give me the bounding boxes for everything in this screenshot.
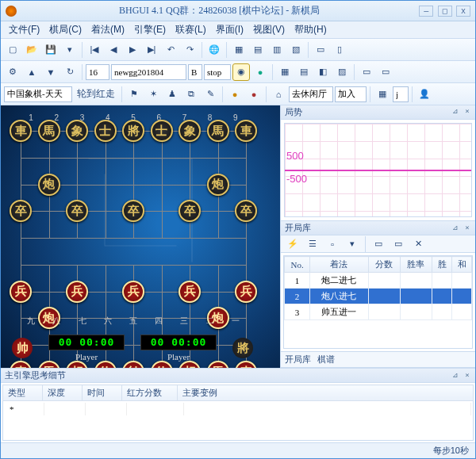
last-icon[interactable]: ▶| bbox=[143, 41, 160, 59]
layout4-icon[interactable]: ▧ bbox=[287, 41, 305, 59]
menu-ui[interactable]: 界面(I) bbox=[211, 21, 248, 38]
coin-icon[interactable]: ● bbox=[226, 86, 244, 103]
tool-e-icon[interactable]: ✎ bbox=[202, 86, 219, 103]
fwd-icon[interactable]: ↷ bbox=[181, 41, 198, 59]
piece[interactable]: 卒 bbox=[235, 200, 257, 222]
piece[interactable]: 相 bbox=[178, 361, 201, 368]
minimize-button[interactable]: — bbox=[419, 6, 433, 17]
piece[interactable]: 馬 bbox=[207, 361, 229, 368]
lobby-select[interactable] bbox=[289, 86, 333, 102]
piece[interactable]: 象 bbox=[66, 120, 88, 142]
piece[interactable]: 車 bbox=[10, 361, 32, 368]
tool-c-icon[interactable]: ♟ bbox=[163, 86, 181, 103]
grid2-icon[interactable]: ▤ bbox=[295, 63, 313, 81]
grid4-icon[interactable]: ▨ bbox=[333, 63, 351, 81]
room-icon[interactable]: ⌂ bbox=[270, 86, 287, 103]
piece[interactable]: 卒 bbox=[66, 200, 88, 222]
prev-icon[interactable]: ◀ bbox=[105, 41, 122, 59]
highlight-icon[interactable]: ◉ bbox=[232, 63, 250, 81]
panel2-pin-icon[interactable]: ⊿ bbox=[451, 224, 460, 233]
save-icon[interactable]: 💾 bbox=[42, 41, 60, 59]
piece[interactable]: 車 bbox=[10, 120, 32, 142]
menu-move[interactable]: 着法(M) bbox=[86, 21, 129, 38]
menu-engine[interactable]: 引擎(E) bbox=[129, 21, 171, 38]
piece[interactable]: 仕 bbox=[94, 361, 117, 368]
dock2-icon[interactable]: ▯ bbox=[331, 41, 348, 59]
ob-add-icon[interactable]: ▾ bbox=[344, 235, 361, 253]
panel3-pin-icon[interactable]: ⊿ bbox=[451, 371, 460, 381]
piece[interactable]: 將 bbox=[122, 120, 144, 142]
piece[interactable]: 士 bbox=[94, 120, 117, 142]
piece[interactable]: 卒 bbox=[178, 200, 201, 222]
panel3-close-icon[interactable]: × bbox=[463, 371, 472, 381]
panel2-close-icon[interactable]: × bbox=[463, 224, 472, 233]
piece[interactable]: 車 bbox=[235, 120, 257, 142]
menu-league[interactable]: 联赛(L) bbox=[171, 21, 211, 38]
piece[interactable]: 帥 bbox=[122, 361, 144, 368]
first-icon[interactable]: |◀ bbox=[86, 41, 103, 59]
close-button[interactable]: x bbox=[456, 6, 470, 17]
new-icon[interactable]: ▢ bbox=[4, 41, 21, 59]
ref-icon[interactable]: ↻ bbox=[61, 63, 79, 81]
opening-table[interactable]: No.着法分数胜率胜和 1炮二进七 2炮八进七 3帅五进一 bbox=[283, 255, 473, 349]
piece[interactable]: 車 bbox=[235, 361, 257, 368]
menu-help[interactable]: 帮助(H) bbox=[290, 21, 332, 38]
piece[interactable]: 兵 bbox=[10, 281, 32, 303]
panel-pin-icon[interactable]: ⊿ bbox=[451, 107, 460, 117]
maximize-button[interactable]: □ bbox=[438, 6, 452, 17]
layout1-icon[interactable]: ▦ bbox=[230, 41, 248, 59]
down-icon[interactable]: ▼ bbox=[42, 63, 60, 81]
piece[interactable]: 兵 bbox=[66, 281, 88, 303]
grid3-icon[interactable]: ◧ bbox=[314, 63, 332, 81]
flag-icon[interactable]: ● bbox=[251, 63, 269, 81]
piece[interactable]: 馬 bbox=[38, 120, 60, 142]
ob-new-icon[interactable]: ▫ bbox=[324, 235, 341, 253]
piece[interactable]: 仕 bbox=[151, 361, 173, 368]
piece[interactable]: 兵 bbox=[122, 281, 144, 303]
stop-button[interactable] bbox=[204, 64, 231, 80]
panel-close-icon[interactable]: × bbox=[463, 107, 472, 117]
menu-view[interactable]: 视图(V) bbox=[248, 21, 290, 38]
user-icon[interactable]: 👤 bbox=[416, 86, 433, 103]
open-icon[interactable]: 📂 bbox=[23, 41, 40, 59]
piece[interactable]: 相 bbox=[66, 361, 88, 368]
piece[interactable]: 馬 bbox=[207, 120, 229, 142]
ob-mark-icon[interactable]: ▭ bbox=[370, 235, 387, 253]
piece[interactable]: 象 bbox=[178, 120, 201, 142]
search-input[interactable] bbox=[393, 86, 409, 102]
saveas-icon[interactable]: ▾ bbox=[61, 41, 79, 59]
tool-a-icon[interactable]: ⚑ bbox=[125, 86, 143, 103]
board-grid[interactable]: 車馬象士將士象馬車炮炮卒卒卒卒卒兵兵兵兵兵炮炮車馬相仕帥仕相馬車 bbox=[21, 131, 246, 368]
engine-icon[interactable]: ⚙ bbox=[4, 63, 21, 81]
tool-d-icon[interactable]: ⧉ bbox=[182, 86, 200, 103]
next-icon[interactable]: ▶ bbox=[124, 41, 141, 59]
globe-icon[interactable]: 🌐 bbox=[205, 41, 223, 59]
tab-moves[interactable]: 棋谱 bbox=[317, 354, 335, 365]
piece[interactable]: 炮 bbox=[38, 174, 60, 196]
grid1-icon[interactable]: ▦ bbox=[276, 63, 294, 81]
step-input[interactable] bbox=[188, 64, 202, 80]
depth-input[interactable] bbox=[86, 64, 109, 80]
engine-select[interactable] bbox=[111, 64, 186, 80]
menu-game[interactable]: 棋局(C) bbox=[44, 21, 86, 38]
ob-flash-icon[interactable]: ⚡ bbox=[284, 235, 301, 253]
menu-file[interactable]: 文件(F) bbox=[4, 21, 44, 38]
piece[interactable]: 馬 bbox=[38, 361, 60, 368]
piece[interactable]: 兵 bbox=[235, 281, 257, 303]
ob-legend-icon[interactable]: ☰ bbox=[304, 235, 321, 253]
tab-openbook[interactable]: 开局库 bbox=[285, 354, 311, 365]
grid6-icon[interactable]: ▭ bbox=[377, 63, 394, 81]
up-icon[interactable]: ▲ bbox=[23, 63, 40, 81]
piece[interactable]: 兵 bbox=[178, 281, 201, 303]
tool-b-icon[interactable]: ✶ bbox=[144, 86, 162, 103]
join-select[interactable] bbox=[335, 86, 367, 102]
piece[interactable]: 卒 bbox=[10, 200, 32, 222]
server-icon[interactable]: ▦ bbox=[374, 86, 391, 103]
layout2-icon[interactable]: ▤ bbox=[249, 41, 267, 59]
piece[interactable]: 卒 bbox=[122, 200, 144, 222]
grid5-icon[interactable]: ▭ bbox=[358, 63, 375, 81]
piece[interactable]: 士 bbox=[151, 120, 173, 142]
back-icon[interactable]: ↶ bbox=[162, 41, 179, 59]
ob-del-icon[interactable]: ✕ bbox=[409, 235, 427, 253]
dock1-icon[interactable]: ▭ bbox=[312, 41, 329, 59]
